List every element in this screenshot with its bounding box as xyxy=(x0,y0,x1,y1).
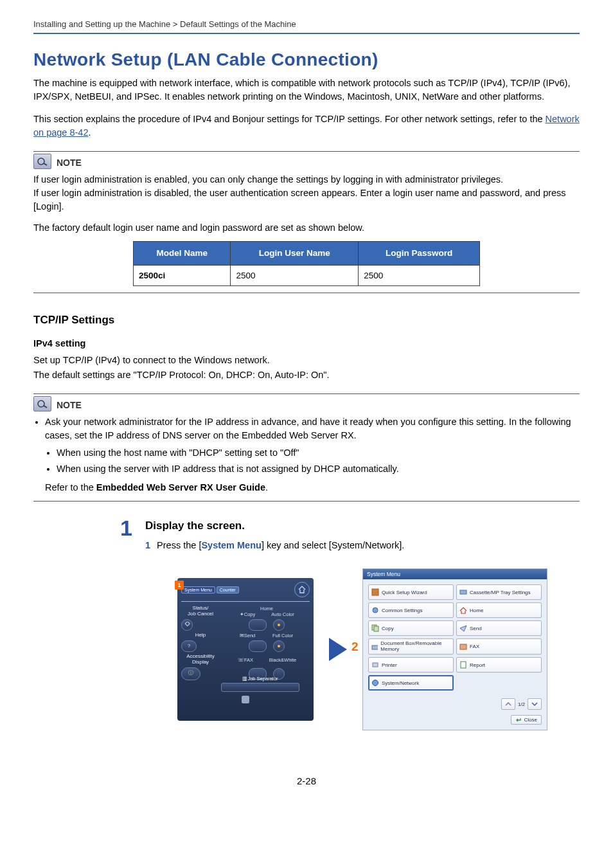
svg-point-2 xyxy=(38,401,44,407)
ipv4-line2: The default settings are "TCP/IP Protoco… xyxy=(33,368,580,382)
info-icon: ⓘ xyxy=(181,667,200,680)
page-number: 2-28 xyxy=(33,775,580,786)
note-icon xyxy=(33,396,51,411)
svg-rect-11 xyxy=(374,626,378,631)
enter-icon xyxy=(515,718,522,723)
menu-cassette-mp[interactable]: Cassette/MP Tray Settings xyxy=(456,584,542,600)
note-icon xyxy=(33,154,51,169)
home-icon xyxy=(459,606,467,614)
substep-number: 1 xyxy=(145,540,150,550)
question-icon: ? xyxy=(181,640,197,652)
panel-status-label: Status/ Job Cancel xyxy=(181,606,220,617)
menu-fax[interactable]: FAX xyxy=(456,638,542,655)
copy-icon xyxy=(371,624,379,632)
note-close-rule xyxy=(33,501,580,502)
menu-system-network[interactable]: System/Network xyxy=(368,675,454,691)
close-button[interactable]: Close xyxy=(511,715,542,725)
tray-icon xyxy=(459,588,467,596)
note2-bullet1: Ask your network administrator for the I… xyxy=(45,415,580,442)
panel-tray xyxy=(242,696,249,703)
svg-point-6 xyxy=(278,645,280,647)
accent-rule xyxy=(33,33,580,34)
report-icon xyxy=(459,661,467,669)
figure-row: 1 System Menu Counter Status/ Job Cancel… xyxy=(177,568,580,730)
note-label: NOTE xyxy=(57,158,82,168)
note1-line1: If user login administration is enabled,… xyxy=(33,173,580,186)
svg-point-9 xyxy=(373,608,378,613)
menu-send[interactable]: Send xyxy=(456,620,542,636)
panel-led xyxy=(273,640,285,652)
svg-line-3 xyxy=(44,406,47,408)
box-icon xyxy=(371,643,378,651)
substep-1: 1 Press the [System Menu] key and select… xyxy=(145,540,404,550)
arrow-right-icon xyxy=(329,638,347,661)
panel-button xyxy=(249,619,267,631)
panel-led xyxy=(273,619,285,631)
svg-point-5 xyxy=(278,624,280,626)
svg-point-16 xyxy=(373,680,378,686)
send-icon: ✉ xyxy=(240,633,244,638)
intro-2a: This section explains the procedure of I… xyxy=(33,114,546,124)
system-menu-key: System Menu xyxy=(201,540,261,550)
svg-rect-12 xyxy=(372,646,378,649)
th-user: Login User Name xyxy=(231,242,359,266)
panel-help-label: Help xyxy=(181,633,220,638)
tcpip-settings-heading: TCP/IP Settings xyxy=(33,314,580,327)
callout-1: 1 xyxy=(175,581,184,590)
svg-line-1 xyxy=(44,163,47,165)
menu-quick-setup[interactable]: Quick Setup Wizard xyxy=(368,584,454,600)
job-separator-indicator: ▥Job Separator xyxy=(221,683,299,692)
table-row: 2500ci 2500 2500 xyxy=(134,265,480,286)
page-up-button[interactable] xyxy=(501,698,515,710)
svg-rect-4 xyxy=(185,622,190,626)
th-model: Model Name xyxy=(134,242,231,266)
td-pass: 2500 xyxy=(359,265,480,286)
menu-printer[interactable]: Printer xyxy=(368,657,454,673)
svg-rect-7 xyxy=(372,589,378,595)
intro-paragraph-2: This section explains the procedure of I… xyxy=(33,113,580,140)
printer-icon xyxy=(371,661,379,669)
note-close-rule xyxy=(33,293,580,293)
svg-rect-8 xyxy=(460,590,466,594)
td-user: 2500 xyxy=(231,265,359,286)
screenshot-titlebar: System Menu xyxy=(363,569,547,579)
step-title: Display the screen. xyxy=(145,520,404,532)
menu-copy[interactable]: Copy xyxy=(368,620,454,636)
ipv4-setting-heading: IPv4 setting xyxy=(33,338,580,348)
send-icon xyxy=(459,624,467,632)
copy-icon: ✦ xyxy=(240,611,244,617)
callout-2: 2 xyxy=(351,640,359,654)
menu-report[interactable]: Report xyxy=(456,657,542,673)
svg-rect-13 xyxy=(460,644,466,649)
svg-rect-14 xyxy=(373,663,378,667)
menu-docbox[interactable]: Document Box/Removable Memory xyxy=(368,638,454,655)
breadcrumb: Installing and Setting up the Machine > … xyxy=(33,19,580,33)
fax-icon: ☏ xyxy=(238,657,244,663)
note-label: NOTE xyxy=(57,400,82,410)
panel-tab-counter: Counter xyxy=(217,586,239,593)
panel-accessibility-label: Accessibility Display xyxy=(181,654,220,665)
svg-rect-15 xyxy=(461,662,466,668)
note1-line3: The factory default login user name and … xyxy=(33,221,580,235)
page-title: Network Setup (LAN Cable Connection) xyxy=(33,50,580,70)
step-number: 1 xyxy=(116,517,132,539)
menu-home[interactable]: Home xyxy=(456,602,542,618)
wizard-icon xyxy=(371,588,379,596)
th-pass: Login Password xyxy=(359,242,480,266)
diamond-icon xyxy=(181,619,193,631)
control-panel-figure: 1 System Menu Counter Status/ Job Cancel… xyxy=(177,578,314,721)
page-down-button[interactable] xyxy=(528,698,542,710)
panel-tab-system-menu: System Menu xyxy=(181,586,215,593)
note2-refer: Refer to the Embedded Web Server RX User… xyxy=(45,481,580,494)
page-indicator: 1/2 xyxy=(518,701,525,707)
menu-common-settings[interactable]: Common Settings xyxy=(368,602,454,618)
note1-line2: If user login administration is disabled… xyxy=(33,186,580,213)
svg-point-0 xyxy=(38,158,44,165)
intro-paragraph-1: The machine is equipped with network int… xyxy=(33,77,580,104)
intro-2b: . xyxy=(88,127,91,138)
panel-button xyxy=(249,640,267,652)
note-box-1: NOTE If user login administration is ena… xyxy=(33,151,580,293)
gear-icon xyxy=(371,606,379,614)
network-icon xyxy=(371,679,379,687)
note2-sub1: When using the host name with "DHCP" set… xyxy=(57,446,580,460)
